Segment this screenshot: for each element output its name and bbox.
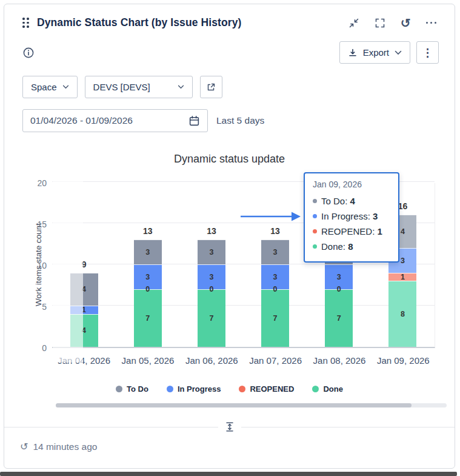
bar-segment-in-progress[interactable]: 1 [70, 306, 98, 314]
x-axis-label: Jan 05, 2026 [116, 355, 179, 366]
calendar-icon[interactable] [188, 115, 200, 127]
annotation-arrow-icon [239, 210, 302, 223]
kebab-icon: ⋮ [422, 46, 433, 59]
open-external-button[interactable] [200, 76, 222, 98]
gadget-header-actions: ↺ [348, 18, 436, 28]
bar-segment-done[interactable]: 7 [134, 289, 162, 347]
bar-column[interactable]: 703313 [179, 183, 243, 347]
download-icon [348, 48, 358, 58]
info-icon[interactable] [22, 47, 35, 59]
refresh-icon[interactable]: ↺ [401, 18, 411, 28]
chevron-down-icon [395, 50, 402, 55]
more-menu-button[interactable]: ⋮ [416, 41, 439, 64]
bar-segment-done[interactable]: 7 [325, 289, 353, 347]
legend-item[interactable]: To Do [116, 384, 148, 394]
filter-row: Space DEVS [DEVS] [4, 64, 455, 98]
tooltip-dot-icon [313, 199, 317, 203]
legend-item[interactable]: REOPENED [239, 384, 294, 394]
more-options-icon[interactable] [426, 18, 437, 28]
bar-stack: 703313 [134, 240, 162, 347]
bar-segment-reopened[interactable]: 1 [388, 273, 416, 281]
legend-item[interactable]: Done [312, 384, 343, 394]
tooltip-row: In Progress: 3 [313, 209, 390, 224]
tooltip-rows: To Do: 4In Progress: 3REOPENED: 1Done: 8 [313, 193, 390, 254]
bar-segment-done[interactable]: 8 [388, 281, 416, 347]
fullscreen-icon[interactable] [375, 18, 385, 28]
segment-value-label: 3 [273, 248, 278, 256]
bar-column[interactable]: 703313 [116, 183, 179, 347]
last-updated-text: 14 minutes ago [33, 441, 97, 452]
segment-value-label: 0 [261, 284, 289, 295]
legend-dot-icon [312, 386, 319, 392]
segment-value-label: 3 [209, 248, 213, 256]
tooltip-dot-icon [313, 229, 317, 233]
resize-divider[interactable] [4, 427, 455, 427]
legend-dot-icon [167, 386, 173, 392]
date-range-value: 01/04/2026 - 01/09/2026 [30, 115, 133, 126]
tooltip-row: To Do: 4 [313, 193, 390, 209]
tooltip-dot-icon [313, 244, 317, 249]
x-axis-label: Jan 09, 2026 [372, 355, 435, 366]
y-tick-label: 5 [21, 301, 47, 312]
bar-segment-done[interactable]: 7 [261, 289, 289, 347]
external-link-icon [206, 82, 216, 92]
bottom-scrollbar[interactable] [0, 472, 457, 476]
bar-column[interactable]: 4149 [52, 183, 116, 347]
segment-value-label: 4 [82, 285, 86, 293]
chevron-down-icon [178, 85, 184, 89]
tooltip-row: Done: 8 [313, 239, 390, 254]
bar-segment-to-do[interactable]: 3 [134, 240, 162, 264]
legend-label: In Progress [178, 384, 221, 394]
scrollbar-thumb[interactable] [56, 403, 412, 407]
bar-column[interactable]: 703313 [244, 183, 307, 347]
x-axis-label: Jan 08, 2026 [307, 355, 371, 366]
legend-label: Done [323, 384, 343, 394]
project-select[interactable]: DEVS [DEVS] [85, 76, 193, 98]
tooltip-row-text: REOPENED: 1 [321, 226, 382, 236]
bar-segment-to-do[interactable]: 3 [198, 240, 225, 264]
segment-value-label: 0 [134, 284, 162, 295]
segment-value-label: 3 [209, 273, 213, 281]
export-button[interactable]: Export [339, 41, 410, 64]
bar-total-label: 13 [143, 226, 153, 236]
segment-value-label: 8 [401, 310, 405, 318]
segment-value-label: 1 [401, 273, 405, 281]
y-tick-label: 20 [21, 178, 47, 189]
chart-tooltip: Jan 09, 2026 To Do: 4In Progress: 3REOPE… [304, 172, 399, 263]
export-button-label: Export [363, 47, 389, 58]
x-axis-label: Jan 07, 2026 [244, 355, 307, 366]
y-tick-label: 15 [21, 219, 47, 230]
bar-segment-done[interactable]: 4 [70, 314, 98, 347]
drag-handle-icon[interactable] [22, 18, 29, 28]
segment-value-label: 3 [401, 256, 405, 265]
vertical-resize-icon[interactable] [218, 421, 241, 433]
legend-label: REOPENED [250, 384, 294, 394]
bar-segment-done[interactable]: 7 [198, 289, 225, 347]
bar-total-label: 13 [207, 226, 216, 236]
tooltip-row-text: To Do: 4 [321, 196, 355, 206]
bar-stack: 703313 [261, 240, 289, 347]
segment-value-label: 7 [337, 314, 341, 323]
dashboard-gadget: Dynamic Status Chart (by Issue History) … [4, 4, 455, 469]
segment-value-label: 3 [145, 273, 150, 281]
collapse-icon[interactable] [348, 18, 359, 28]
bar-segment-to-do[interactable]: 4 [70, 273, 98, 306]
y-tick-label: 0 [21, 343, 47, 354]
legend-dot-icon [239, 386, 245, 392]
bar-total-label: 13 [270, 226, 280, 236]
space-dropdown-label: Space [31, 82, 57, 92]
date-range-input[interactable]: 01/04/2026 - 01/09/2026 [22, 109, 208, 132]
refresh-small-icon[interactable]: ↺ [20, 441, 28, 452]
segment-value-label: 7 [209, 314, 213, 323]
y-axis-ticks: 05101520 [21, 183, 47, 348]
chart-title: Dynamic status update [4, 153, 455, 166]
bar-segment-to-do[interactable]: 3 [261, 240, 289, 264]
segment-value-label: 1 [82, 306, 86, 314]
space-dropdown[interactable]: Space [22, 76, 78, 98]
gadget-header: Dynamic Status Chart (by Issue History) … [4, 4, 455, 29]
bar-stack: 4149 [70, 273, 98, 347]
legend-item[interactable]: In Progress [167, 384, 221, 394]
tooltip-row-text: Done: 8 [321, 241, 353, 252]
horizontal-scrollbar[interactable] [56, 403, 447, 407]
tooltip-row-text: In Progress: 3 [321, 211, 378, 221]
